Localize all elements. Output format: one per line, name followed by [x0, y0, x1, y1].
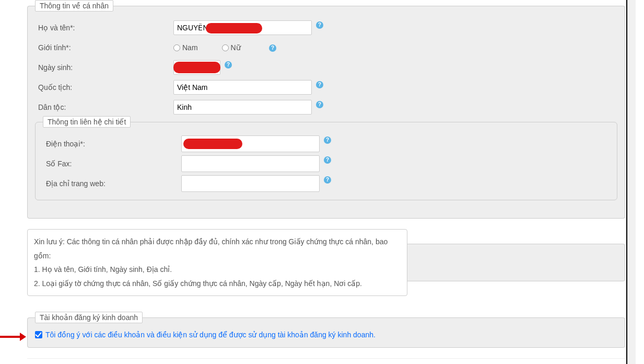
notice-line-1: Xin lưu ý: Các thông tin cá nhân phải đư…: [34, 235, 401, 263]
help-icon[interactable]: ?: [324, 156, 331, 164]
help-icon[interactable]: ?: [316, 101, 323, 108]
fullname-label: Họ và tên*:: [35, 24, 173, 32]
gender-male-radio[interactable]: [173, 44, 180, 51]
button-row: XÁC NHẬN QUAY LẠI: [27, 358, 625, 364]
gender-male-label: Nam: [182, 43, 198, 52]
annotation-arrow-terms: [0, 333, 26, 341]
contact-info-fieldset: Thông tin liên hệ chi tiết Điện thoại*: …: [35, 116, 617, 200]
frame-border: [626, 0, 627, 364]
gender-female-label: Nữ: [231, 43, 241, 52]
web-input[interactable]: [181, 175, 320, 192]
notice-box: Xin lưu ý: Các thông tin cá nhân phải đư…: [27, 229, 407, 296]
redaction-fullname: [206, 23, 262, 33]
account-fieldset: Tài khoản đăng ký kinh doanh Tôi đồng ý …: [27, 312, 625, 348]
ethnicity-input[interactable]: [173, 100, 312, 115]
svg-text:?: ?: [318, 101, 321, 107]
terms-checkbox[interactable]: [35, 331, 42, 338]
redaction-dob: [173, 62, 220, 73]
web-label: Địa chỉ trang web:: [43, 179, 181, 188]
account-legend: Tài khoản đăng ký kinh doanh: [35, 312, 143, 323]
notice-wrapper: Xin lưu ý: Các thông tin cá nhân phải đư…: [27, 229, 625, 296]
help-icon[interactable]: ?: [225, 61, 232, 69]
ethnicity-label: Dân tộc:: [35, 103, 173, 111]
gender-label: Giới tính*:: [35, 43, 173, 52]
svg-text:?: ?: [271, 45, 274, 51]
help-icon[interactable]: ?: [316, 21, 323, 29]
svg-text:?: ?: [326, 157, 329, 163]
personal-info-legend: Thông tin về cá nhân: [35, 0, 113, 12]
terms-link[interactable]: Tôi đồng ý với các điều khoản và điều ki…: [45, 331, 376, 339]
nationality-label: Quốc tịch:: [35, 83, 173, 92]
contact-info-legend: Thông tin liên hệ chi tiết: [43, 116, 131, 128]
redaction-phone: [183, 139, 242, 149]
gender-female-radio[interactable]: [222, 44, 229, 51]
phone-label: Điện thoại*:: [43, 140, 181, 148]
fax-label: Số Fax:: [43, 160, 181, 168]
personal-info-fieldset: Thông tin về cá nhân Họ và tên*: ? Giới …: [27, 0, 625, 219]
svg-text:?: ?: [318, 22, 321, 28]
help-icon[interactable]: ?: [316, 81, 323, 88]
svg-text:?: ?: [318, 82, 321, 87]
help-icon[interactable]: ?: [324, 176, 331, 184]
svg-text:?: ?: [326, 177, 329, 183]
notice-line-2: 1. Họ và tên, Giới tính, Ngày sinh, Địa …: [34, 263, 401, 277]
dob-label: Ngày sinh:: [35, 63, 173, 72]
fax-input[interactable]: [181, 155, 320, 172]
svg-text:?: ?: [326, 137, 329, 143]
nationality-input[interactable]: [173, 80, 312, 95]
svg-text:?: ?: [227, 62, 230, 67]
notice-line-3: 2. Loại giấy tờ chứng thực cá nhân, Số g…: [34, 277, 401, 291]
help-icon[interactable]: ?: [324, 136, 331, 144]
help-icon[interactable]: ?: [269, 44, 276, 52]
vertical-scrollbar[interactable]: [627, 0, 636, 364]
